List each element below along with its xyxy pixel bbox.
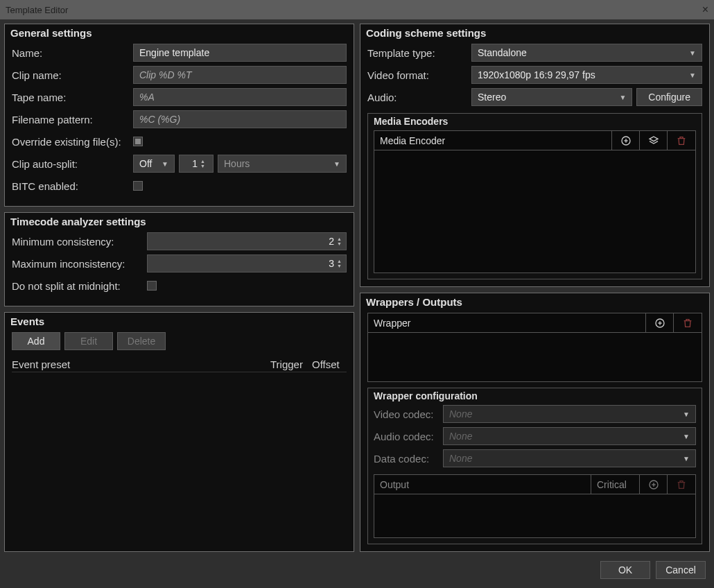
events-list (12, 372, 347, 544)
midnight-label: Do not split at midnight: (12, 280, 147, 292)
col-event-preset: Event preset (12, 358, 270, 370)
chevron-down-icon: ▼ (162, 160, 168, 168)
filename-pattern-label: Filename pattern: (12, 114, 133, 126)
chevron-down-icon: ▼ (689, 49, 696, 57)
plus-circle-icon (654, 318, 665, 329)
col-media-encoder: Media Encoder (374, 131, 612, 150)
add-output-button[interactable] (640, 475, 668, 494)
layers-icon (648, 135, 659, 146)
delete-output-button[interactable] (668, 475, 695, 494)
wrappers-table: Wrapper (367, 313, 702, 382)
video-codec-label: Video codec: (374, 408, 443, 420)
group-coding: Coding scheme settings Template type: St… (360, 24, 710, 287)
stepper-arrows-icon[interactable]: ▲▼ (337, 259, 342, 268)
audio-codec-select[interactable]: None ▼ (443, 427, 696, 445)
events-table-header: Event preset Trigger Offset (12, 357, 347, 372)
chevron-down-icon: ▼ (683, 410, 690, 418)
media-encoders-title: Media Encoders (374, 116, 448, 127)
tape-name-label: Tape name: (12, 92, 133, 103)
name-input[interactable] (133, 44, 347, 62)
min-consistency-label: Minimum consistency: (12, 236, 147, 248)
trash-icon (676, 479, 687, 490)
clip-name-label: Clip name: (12, 69, 133, 81)
footer: OK Cancel (4, 556, 710, 584)
output-table: Output Critical (374, 474, 696, 538)
chevron-down-icon: ▼ (619, 94, 626, 101)
window-title: Template Editor (6, 5, 68, 15)
close-icon[interactable]: × (702, 3, 708, 16)
events-title: Events (10, 315, 44, 327)
video-codec-select[interactable]: None ▼ (443, 405, 696, 423)
audio-label: Audio: (367, 92, 471, 103)
chevron-down-icon: ▼ (333, 160, 340, 168)
data-codec-select[interactable]: None ▼ (443, 449, 696, 467)
trash-icon (676, 135, 687, 146)
group-general: General settings Name: Clip name: Tape n… (4, 24, 354, 207)
wrapper-config-title: Wrapper configuration (374, 390, 478, 401)
override-label: Override existing file(s): (12, 136, 133, 148)
data-codec-label: Data codec: (374, 453, 443, 465)
autosplit-mode-select[interactable]: Off ▼ (133, 155, 175, 173)
svg-marker-3 (650, 137, 658, 141)
configure-button[interactable]: Configure (636, 88, 702, 106)
chevron-down-icon: ▼ (683, 455, 690, 462)
content-area: General settings Name: Clip name: Tape n… (0, 19, 714, 588)
plus-circle-icon (648, 479, 659, 490)
coding-title: Coding scheme settings (366, 27, 486, 39)
filename-pattern-input[interactable] (133, 110, 347, 128)
override-checkbox[interactable] (133, 137, 143, 146)
audio-select[interactable]: Stereo ▼ (471, 88, 632, 106)
add-encoder-button[interactable] (612, 131, 640, 150)
template-type-label: Template type: (367, 47, 471, 59)
wrappers-title: Wrappers / Outputs (366, 296, 462, 308)
subgroup-media-encoders: Media Encoders Media Encoder (367, 113, 702, 279)
bitc-label: BITC enabled: (12, 180, 133, 192)
video-format-label: Video format: (367, 69, 471, 81)
clip-name-input[interactable] (133, 66, 347, 84)
add-button[interactable]: Add (12, 332, 60, 350)
group-events: Events Add Edit Delete Event preset Trig… (4, 312, 354, 552)
right-column: Coding scheme settings Template type: St… (360, 24, 710, 552)
general-title: General settings (10, 27, 92, 39)
encoders-table: Media Encoder (374, 130, 696, 273)
left-column: General settings Name: Clip name: Tape n… (4, 24, 354, 552)
col-output: Output (374, 475, 591, 494)
chevron-down-icon: ▼ (689, 71, 696, 79)
edit-button[interactable]: Edit (64, 332, 113, 350)
chevron-down-icon: ▼ (683, 433, 690, 440)
name-label: Name: (12, 47, 133, 59)
audio-codec-label: Audio codec: (374, 431, 443, 442)
layers-button[interactable] (640, 131, 668, 150)
stepper-arrows-icon[interactable]: ▲▼ (337, 236, 342, 246)
timecode-title: Timecode analyzer settings (10, 216, 146, 227)
columns: General settings Name: Clip name: Tape n… (4, 24, 710, 552)
template-type-select[interactable]: Standalone ▼ (471, 44, 702, 62)
midnight-checkbox[interactable] (147, 281, 157, 291)
cancel-button[interactable]: Cancel (656, 561, 706, 579)
titlebar: Template Editor × (0, 0, 714, 19)
group-wrappers: Wrappers / Outputs Wrapper Wrapper confi… (360, 293, 710, 552)
delete-button[interactable]: Delete (117, 332, 166, 350)
autosplit-number-stepper[interactable]: 1 ▲▼ (179, 155, 214, 173)
delete-encoder-button[interactable] (668, 131, 695, 150)
stepper-arrows-icon[interactable]: ▲▼ (200, 159, 205, 168)
trash-icon (682, 318, 693, 329)
col-trigger: Trigger (270, 358, 312, 370)
bitc-checkbox[interactable] (133, 181, 143, 191)
max-inconsistency-label: Maximum inconsistency: (12, 258, 147, 270)
min-consistency-stepper[interactable]: 2 ▲▼ (147, 232, 347, 250)
col-offset: Offset (312, 358, 347, 370)
group-timecode: Timecode analyzer settings Minimum consi… (4, 212, 354, 306)
video-format-select[interactable]: 1920x1080p 16:9 29,97 fps ▼ (471, 66, 702, 84)
autosplit-unit-select[interactable]: Hours ▼ (218, 155, 347, 173)
ok-button[interactable]: OK (600, 561, 650, 579)
delete-wrapper-button[interactable] (674, 313, 702, 332)
col-critical: Critical (591, 475, 640, 494)
max-inconsistency-stepper[interactable]: 3 ▲▼ (147, 254, 347, 273)
plus-circle-icon (620, 135, 632, 146)
col-wrapper: Wrapper (368, 313, 646, 332)
autosplit-label: Clip auto-split: (12, 158, 133, 170)
subgroup-wrapper-config: Wrapper configuration Video codec: None … (367, 388, 702, 544)
tape-name-input[interactable] (133, 88, 347, 106)
add-wrapper-button[interactable] (646, 313, 674, 332)
